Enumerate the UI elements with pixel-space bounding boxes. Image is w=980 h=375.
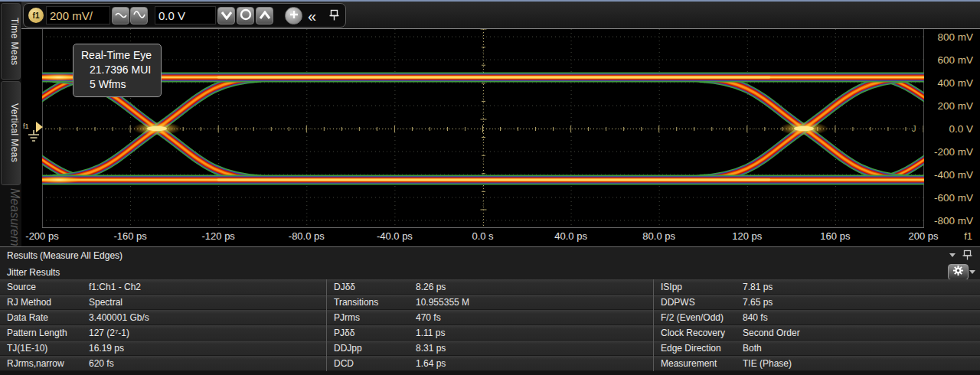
- result-label: DDPWS: [654, 297, 736, 308]
- result-row: Sourcef1:Ch1 - Ch2: [0, 279, 326, 295]
- increase-scale-button[interactable]: [130, 7, 148, 24]
- result-value: 7.81 ps: [736, 282, 773, 292]
- result-value: 16.19 ps: [82, 343, 124, 354]
- result-value: 1.64 ps: [409, 358, 446, 369]
- y-axis-tick-label: 200 mV: [937, 100, 973, 112]
- result-label: F/2 (Even/Odd): [654, 312, 736, 323]
- result-row: F/2 (Even/Odd)840 fs: [654, 310, 980, 325]
- result-value: Second Order: [736, 328, 800, 338]
- result-row: Edge DirectionBoth: [654, 341, 980, 356]
- y-axis-tick-label: -400 mV: [934, 169, 973, 181]
- x-axis-tick-label: 160 ps: [820, 230, 850, 242]
- ground-icon: [25, 130, 42, 147]
- measurements-watermark: Measurements: [2, 188, 21, 246]
- settings-menu-chevron-icon[interactable]: [969, 270, 975, 274]
- result-value: 8.31 ps: [409, 343, 446, 354]
- x-axis-tick-label: -160 ps: [113, 230, 146, 242]
- result-label: Transitions: [327, 297, 409, 308]
- offset-up-button[interactable]: [256, 7, 273, 24]
- result-value: 8.26 ps: [409, 282, 446, 292]
- result-label: TJ(1E-10): [0, 343, 82, 354]
- result-row: DDPWS7.65 ps: [654, 295, 980, 310]
- result-label: Source: [0, 282, 82, 292]
- result-label: PJrms: [327, 312, 409, 323]
- result-label: DCD: [327, 358, 409, 369]
- x-axis-tick-label: -200 ps: [25, 230, 58, 242]
- channel-reference-marker[interactable]: f1: [22, 120, 45, 151]
- sidebar-tab-time-meas[interactable]: Time Meas: [1, 3, 21, 80]
- x-axis-tick-label: -40.0 ps: [377, 230, 413, 242]
- x-axis-tick-label: 80.0 ps: [642, 230, 675, 242]
- result-label: RJ Method: [0, 297, 82, 308]
- result-value: 1.11 ps: [409, 328, 445, 338]
- result-row: Data Rate3.400001 Gb/s: [0, 310, 326, 325]
- waveform-small-icon: [115, 9, 127, 23]
- y-axis-tick-label: 800 mV: [937, 31, 973, 43]
- chevron-up-icon: [259, 9, 271, 23]
- tooltip-mui: 21.7396 MUI: [81, 63, 152, 77]
- eye-info-tooltip: Real-Time Eye 21.7396 MUI 5 Wfms: [73, 44, 162, 97]
- result-row: PJδδ1.11 ps: [327, 325, 653, 341]
- result-row: DJδδ8.26 ps: [327, 279, 653, 295]
- tooltip-title: Real-Time Eye: [81, 48, 152, 63]
- results-column: DJδδ8.26 psTransitions10.955355 MPJrms47…: [327, 279, 654, 371]
- jitter-results-label: Jitter Results: [7, 267, 60, 278]
- result-row: DDJpp8.31 ps: [327, 341, 653, 356]
- result-value: 127 (2⁷-1): [82, 328, 129, 338]
- pin-icon[interactable]: [328, 9, 340, 24]
- y-axis-tick-label: 400 mV: [937, 77, 973, 89]
- result-value: 620 fs: [82, 358, 114, 369]
- result-row: MeasurementTIE (Phase): [654, 356, 980, 371]
- vertical-scale-field[interactable]: 200 mV/: [46, 6, 110, 24]
- sidebar: Time Meas Vertical Meas Measurements: [0, 2, 21, 246]
- result-label: ISIpp: [654, 282, 736, 292]
- result-label: Data Rate: [0, 312, 82, 323]
- vertical-offset-field[interactable]: 0.0 V: [155, 6, 216, 24]
- results-column: Sourcef1:Ch1 - Ch2RJ MethodSpectralData …: [0, 279, 327, 371]
- waveform-large-icon: [133, 9, 145, 23]
- y-axis-tick-label: 600 mV: [937, 54, 973, 66]
- result-value: 10.955355 M: [409, 297, 469, 308]
- add-button[interactable]: [285, 7, 302, 24]
- x-axis-tick-label: 120 ps: [732, 230, 762, 242]
- results-column: ISIpp7.81 psDDPWS7.65 psF/2 (Even/Odd)84…: [654, 279, 980, 371]
- real-time-eye-waveform[interactable]: J: [42, 29, 924, 228]
- sidebar-tab-vertical-meas[interactable]: Vertical Meas: [1, 81, 21, 185]
- panel-menu-chevron-icon[interactable]: [949, 253, 956, 257]
- circle-icon: [240, 8, 252, 24]
- result-row: DCD1.64 ps: [327, 356, 653, 371]
- result-value: 7.65 ps: [736, 297, 773, 308]
- offset-down-button[interactable]: [217, 7, 235, 24]
- x-axis-tick-label: 200 ps: [908, 230, 938, 242]
- result-label: DDJpp: [327, 343, 409, 354]
- result-row: Clock RecoverySecond Order: [654, 325, 980, 341]
- result-value: 840 fs: [736, 312, 768, 323]
- y-axis-tick-label: -800 mV: [934, 215, 973, 227]
- gear-icon: [952, 265, 964, 279]
- result-value: 3.400001 Gb/s: [82, 312, 149, 323]
- collapse-toolbar-button[interactable]: «: [308, 6, 316, 26]
- decrease-scale-button[interactable]: [112, 7, 129, 24]
- j-marker[interactable]: J: [912, 124, 916, 133]
- result-row: RJrms,narrow620 fs: [0, 356, 326, 371]
- chevron-down-icon: [220, 9, 233, 23]
- y-axis-tick-label: -200 mV: [934, 146, 973, 158]
- result-value: TIE (Phase): [736, 358, 792, 369]
- result-value: Spectral: [82, 297, 122, 308]
- channel-controls-group: f1 200 mV/ 0.0 V: [23, 3, 346, 28]
- result-label: RJrms,narrow: [0, 358, 82, 369]
- oscilloscope-app: Time Meas Vertical Meas Measurements f1 …: [0, 0, 980, 375]
- result-row: Pattern Length127 (2⁷-1): [0, 325, 326, 341]
- channel-f1-badge[interactable]: f1: [28, 8, 44, 23]
- window-top-border: [0, 0, 980, 2]
- result-label: Clock Recovery: [654, 328, 736, 338]
- result-value: f1:Ch1 - Ch2: [82, 282, 141, 292]
- settings-button[interactable]: [948, 264, 969, 280]
- offset-zero-button[interactable]: [237, 7, 254, 24]
- result-value: 470 fs: [409, 312, 441, 323]
- x-axis-tick-label: -120 ps: [202, 230, 235, 242]
- panel-pin-icon[interactable]: [962, 249, 972, 263]
- result-label: PJδδ: [327, 328, 409, 338]
- jitter-results-table: Sourcef1:Ch1 - Ch2RJ MethodSpectralData …: [0, 279, 980, 371]
- x-axis-tick-label: -80.0 ps: [289, 230, 325, 242]
